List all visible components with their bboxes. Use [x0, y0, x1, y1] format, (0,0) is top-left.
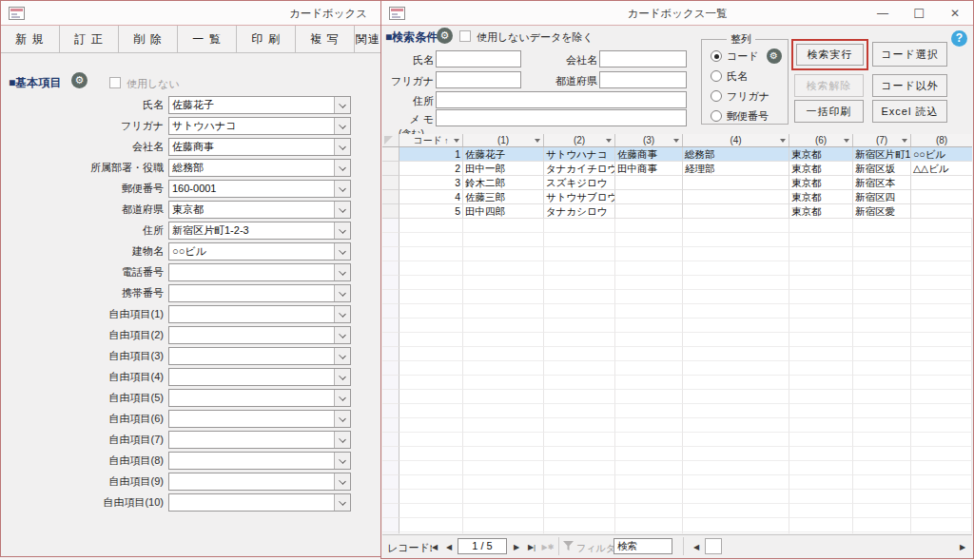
- dropdown-arrow-icon[interactable]: [334, 264, 350, 280]
- table-cell[interactable]: [615, 190, 683, 204]
- first-record-button[interactable]: |◀: [426, 539, 441, 554]
- row-selector[interactable]: [382, 176, 399, 190]
- search-clear-button[interactable]: 検索解除: [794, 74, 864, 97]
- table-cell[interactable]: タナカシロウ: [544, 204, 615, 219]
- help-icon[interactable]: ?: [951, 30, 967, 47]
- field-combo[interactable]: [168, 326, 351, 344]
- table-cell[interactable]: 1: [399, 147, 463, 162]
- table-cell[interactable]: 新宿区片町1-2-3: [853, 147, 911, 162]
- previous-record-button[interactable]: ◀: [441, 539, 457, 554]
- field-combo[interactable]: 160-0001: [168, 180, 351, 198]
- dropdown-arrow-icon[interactable]: [334, 118, 350, 134]
- table-cell[interactable]: 新宿区愛: [853, 204, 911, 219]
- table-cell[interactable]: [911, 176, 972, 190]
- table-cell[interactable]: 東京都: [789, 204, 853, 219]
- new-record-button[interactable]: ▶✱: [540, 539, 555, 554]
- field-combo[interactable]: [168, 305, 351, 323]
- toolbar-button[interactable]: 訂 正: [60, 26, 119, 52]
- row-selector[interactable]: [382, 147, 399, 162]
- table-cell[interactable]: サトウサブロウ: [544, 190, 615, 204]
- table-cell[interactable]: 総務部: [683, 147, 789, 162]
- dropdown-arrow-icon[interactable]: [334, 390, 350, 406]
- record-position-box[interactable]: 1 / 5: [458, 538, 507, 554]
- field-combo[interactable]: [168, 368, 351, 386]
- scroll-right-button[interactable]: ▶: [955, 539, 970, 554]
- sort-option[interactable]: フリガナ: [711, 89, 769, 103]
- column-header[interactable]: (8): [911, 134, 972, 146]
- field-combo[interactable]: [168, 389, 351, 407]
- table-cell[interactable]: タナカイチロウ: [544, 162, 615, 176]
- table-cell[interactable]: 5: [399, 204, 463, 219]
- code-select-button[interactable]: コード選択: [872, 42, 947, 67]
- next-record-button[interactable]: ▶: [509, 539, 524, 554]
- code-other-button[interactable]: コード以外: [872, 74, 947, 97]
- toolbar-button[interactable]: 関連: [355, 26, 382, 52]
- row-selector[interactable]: [382, 190, 399, 204]
- batch-print-button[interactable]: 一括印刷: [794, 100, 864, 123]
- table-cell[interactable]: [683, 176, 789, 190]
- table-cell[interactable]: 経理部: [683, 162, 789, 176]
- dropdown-arrow-icon[interactable]: [334, 181, 350, 197]
- table-cell[interactable]: 4: [399, 190, 463, 204]
- excel-import-button[interactable]: Excel 読込: [872, 100, 947, 123]
- sort-gear-icon[interactable]: ⚙: [767, 48, 782, 64]
- table-cell[interactable]: [911, 190, 972, 204]
- last-record-button[interactable]: ▶|: [524, 539, 539, 554]
- maximize-button[interactable]: ☐: [901, 1, 937, 26]
- column-header[interactable]: (1): [463, 134, 544, 146]
- radio-unselected[interactable]: [711, 110, 722, 122]
- search-memo-input[interactable]: [436, 109, 687, 126]
- field-combo[interactable]: [168, 431, 351, 449]
- table-cell[interactable]: [615, 204, 683, 219]
- table-cell[interactable]: 田中商事: [615, 162, 683, 176]
- dropdown-arrow-icon[interactable]: [334, 473, 350, 490]
- column-filter-arrow-icon[interactable]: [902, 139, 907, 143]
- right-titlebar[interactable]: カードボックス一覧 — ☐ ✕: [381, 1, 973, 26]
- sort-option[interactable]: 郵便番号: [711, 109, 769, 123]
- search-name-input[interactable]: [436, 50, 521, 68]
- exclude-unused-checkbox[interactable]: [459, 30, 471, 42]
- dropdown-arrow-icon[interactable]: [334, 222, 350, 239]
- column-filter-arrow-icon[interactable]: [606, 139, 612, 143]
- field-combo[interactable]: 佐藤花子: [168, 96, 351, 114]
- table-cell[interactable]: 3: [399, 176, 463, 190]
- table-cell[interactable]: 鈴木二郎: [463, 176, 544, 190]
- table-cell[interactable]: 新宿区坂: [853, 162, 911, 176]
- field-combo[interactable]: [168, 410, 351, 428]
- minimize-button[interactable]: —: [865, 1, 901, 26]
- radio-unselected[interactable]: [711, 70, 722, 82]
- table-cell[interactable]: スズキジロウ: [544, 176, 615, 190]
- search-company-input[interactable]: [599, 50, 687, 68]
- table-cell[interactable]: [615, 176, 683, 190]
- sort-option[interactable]: 氏名: [711, 69, 748, 83]
- table-cell[interactable]: 田中四郎: [463, 204, 544, 219]
- dropdown-arrow-icon[interactable]: [334, 243, 350, 260]
- column-filter-arrow-icon[interactable]: [535, 139, 540, 143]
- table-cell[interactable]: 東京都: [789, 147, 853, 162]
- table-cell[interactable]: ○○ビル: [911, 147, 972, 162]
- table-cell[interactable]: △△ビル: [911, 162, 972, 176]
- record-search-box[interactable]: 検索: [614, 538, 672, 554]
- column-filter-arrow-icon[interactable]: [454, 139, 459, 143]
- field-combo[interactable]: ○○ビル: [168, 242, 351, 261]
- toolbar-button[interactable]: 印 刷: [237, 26, 296, 52]
- dropdown-arrow-icon[interactable]: [334, 494, 350, 511]
- radio-unselected[interactable]: [711, 90, 722, 102]
- table-cell[interactable]: 東京都: [789, 190, 853, 204]
- column-filter-arrow-icon[interactable]: [673, 139, 679, 143]
- table-cell[interactable]: 東京都: [789, 176, 853, 190]
- field-combo[interactable]: 東京都: [168, 201, 351, 219]
- dropdown-arrow-icon[interactable]: [334, 285, 350, 301]
- search-pref-input[interactable]: [599, 71, 687, 88]
- search-address-input[interactable]: [436, 91, 687, 108]
- column-filter-arrow-icon[interactable]: [844, 139, 849, 143]
- dropdown-arrow-icon[interactable]: [334, 327, 350, 343]
- toolbar-button[interactable]: 削 除: [119, 26, 178, 52]
- column-header[interactable]: (3): [615, 134, 683, 146]
- field-combo[interactable]: [168, 473, 351, 491]
- dropdown-arrow-icon[interactable]: [334, 97, 350, 113]
- field-combo[interactable]: [168, 284, 351, 302]
- field-combo[interactable]: [168, 347, 351, 365]
- table-cell[interactable]: サトウハナコ: [544, 147, 615, 162]
- toolbar-button[interactable]: 新 規: [1, 26, 60, 52]
